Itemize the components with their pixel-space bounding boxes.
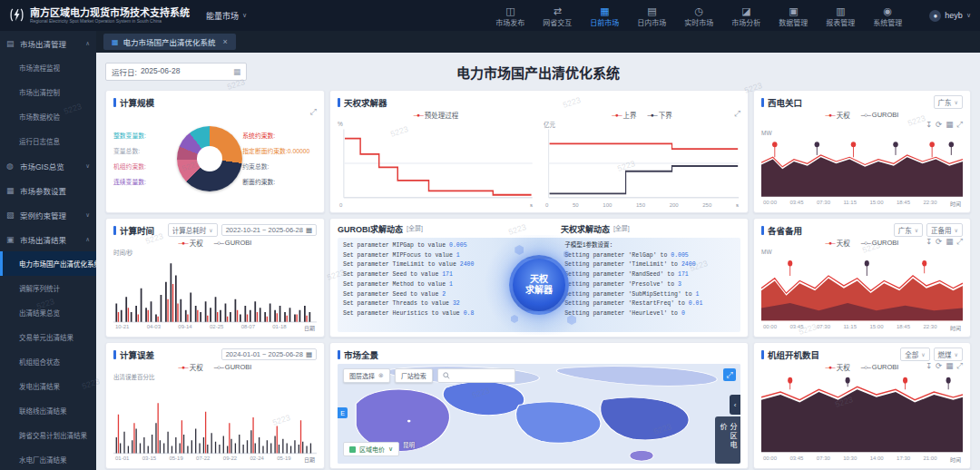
legend-gurobi[interactable]: ─○─GUROBI <box>861 111 899 119</box>
legend-upper-bound[interactable]: ─●─上界 <box>612 110 636 120</box>
gurobi-log-list[interactable]: Set parameter MIPGap to value 0.005 Set … <box>338 238 519 332</box>
refresh-icon[interactable]: ⟳ <box>936 120 942 130</box>
nav-report-management[interactable]: ▥报表管理 <box>817 5 864 27</box>
sidebar-item-hydro-results[interactable]: 水电厂出清结果 <box>0 447 96 470</box>
legend-preprocess[interactable]: ─●─预处理过程 <box>414 110 459 120</box>
sidebar-item-trade-unit-results[interactable]: 交易单元出清结果 <box>0 325 96 349</box>
tab-domestic-optimization[interactable]: ▦ 电力市场国产出清优化系统 × <box>103 34 236 50</box>
panel-title: 机组开机数目 <box>761 348 819 361</box>
nav-data-management[interactable]: ▣数据管理 <box>769 5 817 27</box>
sidebar-item-run-log[interactable]: 运行日志信息 <box>0 129 96 153</box>
sidebar-item-interprovince-results[interactable]: 跨省交易计划出清结果 <box>0 423 96 447</box>
sidebar-group-gis-overview[interactable]: ◍市场GIS总览∨ <box>0 153 96 178</box>
sidebar-item-parameter-settings[interactable]: ▦市场参数设置 <box>0 178 96 202</box>
nav-system-management[interactable]: ◉系统管理 <box>864 5 911 27</box>
sidebar-item-process-monitor[interactable]: 市场流程监视 <box>0 55 96 80</box>
refresh-icon[interactable]: ⟳ <box>936 237 942 247</box>
scale-label: 整数变量数: <box>113 131 177 140</box>
collapse-arrow-icon[interactable]: ‹ <box>730 395 740 415</box>
fullscreen-link[interactable]: [全屏] <box>407 223 423 235</box>
sidebar-item-sequence-stats[interactable]: 调解序列统计 <box>0 276 96 300</box>
date-range-picker[interactable]: 2024-01-01 ~ 2025-06-28▦ <box>221 348 317 360</box>
legend-tianquan[interactable]: ─●─天权 <box>826 110 850 120</box>
fullscreen-icon[interactable]: ⤢ <box>956 361 963 371</box>
nav-intraday-market[interactable]: ▤日内市场 <box>628 5 675 27</box>
tianquan-log-list[interactable]: 子模型1参数设置: Setting parameter 'RelGap' to … <box>559 238 740 332</box>
sidebar-item-unit-commitment[interactable]: 机组组合状态 <box>0 349 96 374</box>
chevron-down-icon: ∨ <box>85 162 90 170</box>
app-logo: 南方区域电力现货市场技术支持系统 Regional Electricity Sp… <box>9 7 190 24</box>
reserve-type-select[interactable]: 正备用∨ <box>926 223 963 237</box>
legend-gurobi[interactable]: ─○─GUROBI <box>861 363 899 371</box>
chevron-up-icon: ∧ <box>85 40 90 47</box>
station-search-button[interactable]: 厂站检索 <box>395 368 433 383</box>
panel-title: 各省备用 <box>761 224 802 237</box>
market-type-selector[interactable]: 能量市场∨ <box>206 10 247 22</box>
nav-realtime-market[interactable]: ◷实时市场 <box>675 5 722 27</box>
download-icon[interactable]: ↧ <box>926 361 932 371</box>
tab-bar: ▦ 电力市场国产出清优化系统 × <box>96 31 980 53</box>
legend-tianquan[interactable]: ─●─天权 <box>826 238 850 248</box>
price-legend-chip[interactable]: 区域电价 ∨ <box>343 442 399 456</box>
fullscreen-icon[interactable]: ⤢ <box>310 107 317 117</box>
refresh-icon[interactable]: ⟳ <box>936 361 942 371</box>
scope-select[interactable]: 全部∨ <box>900 348 929 361</box>
sidebar-item-data-check[interactable]: 市场数据校验 <box>0 104 96 129</box>
sidebar-item-result-overview[interactable]: 出清结果总览 <box>0 300 96 325</box>
data-view-icon[interactable]: ▦ <box>946 237 953 247</box>
close-circle-icon[interactable]: ⊗ <box>378 372 384 379</box>
run-date-picker[interactable]: 运行日:2025-06-28 ▦ <box>105 63 247 81</box>
nav-grid-province[interactable]: ⇄网省交互 <box>534 5 581 27</box>
legend-tianquan[interactable]: ─●─天权 <box>179 238 203 248</box>
data-view-icon[interactable]: ▦ <box>946 120 953 130</box>
province-reserve-area-chart <box>761 256 963 323</box>
fullscreen-link[interactable]: [全屏] <box>613 223 630 235</box>
region-select[interactable]: 广东∨ <box>894 223 923 237</box>
nav-market-release[interactable]: ◫市场发布 <box>486 5 534 27</box>
layer-select-button[interactable]: 图层选择⊗ <box>343 368 390 383</box>
nav-market-analysis[interactable]: ◪市场分析 <box>722 5 769 27</box>
nav-day-ahead-market[interactable]: ▦日前市场 <box>581 5 628 27</box>
legend-tianquan[interactable]: ─●─天权 <box>826 362 850 372</box>
sidebar-group-case-constraint-mgmt[interactable]: ▧案例约束管理∨ <box>0 202 96 227</box>
user-menu[interactable]: ● heyb ∨ <box>929 10 971 22</box>
region-select[interactable]: 广东∨ <box>934 95 963 109</box>
panel-title: 天权求解器 <box>338 96 387 109</box>
fuel-type-select[interactable]: 燃煤∨ <box>934 348 963 361</box>
city-label: 昆明 <box>403 440 415 449</box>
legend-gurobi[interactable]: ─○─GUROBI <box>214 363 252 371</box>
legend-gurobi[interactable]: ─○─GUROBI <box>861 239 899 247</box>
calendar-icon: ▦ <box>306 226 312 234</box>
metric-select[interactable]: 计算总耗时∨ <box>168 223 218 237</box>
download-icon[interactable]: ↧ <box>926 237 932 247</box>
panel-calc-time: 计算时间 计算总耗时∨ 2022-10-21 ~ 2025-06-28▦ ─●─… <box>105 218 325 338</box>
sidebar-group-clearing-results[interactable]: ▣市场出清结果∧ <box>0 227 96 251</box>
map-expand-button[interactable]: ⤢ <box>723 368 736 381</box>
clock-icon: ◷ <box>695 6 704 16</box>
fullscreen-icon[interactable]: ⤢ <box>734 109 740 119</box>
tianquan-solver-badge: 天权 求解器 <box>509 255 569 315</box>
legend-lower-bound[interactable]: ─●─下界 <box>648 110 672 120</box>
zone-price-tab[interactable]: 分区电价 <box>715 416 740 464</box>
scale-donut-chart <box>177 126 242 191</box>
close-icon[interactable]: × <box>223 37 228 46</box>
map-edge-control[interactable]: E <box>338 407 348 418</box>
x-axis-ticks: 0 s <box>338 201 534 208</box>
sidebar-group-market-clearing-mgmt[interactable]: ▤市场出清管理∧ <box>0 31 96 55</box>
data-view-icon[interactable]: ▦ <box>946 361 953 371</box>
sidebar-item-tieline-results[interactable]: 联络线出清结果 <box>0 398 96 423</box>
market-map-area[interactable]: 图层选择⊗ 厂站检索 ⤢ <box>338 364 740 464</box>
scale-labels-left: 整数变量数: 变量总数: 机组约束数: 连续变量数: <box>113 131 177 186</box>
legend-tianquan[interactable]: ─●─天权 <box>179 362 203 372</box>
date-range-picker[interactable]: 2022-10-21 ~ 2025-06-28▦ <box>221 224 317 236</box>
sidebar-item-generation-results[interactable]: 发电出清结果 <box>0 374 96 398</box>
y-axis-label: 出清误差百分比 <box>113 372 155 381</box>
fullscreen-icon[interactable]: ⤢ <box>956 237 963 247</box>
sidebar-item-domestic-optimization[interactable]: 电力市场国产出清优化系统 <box>0 251 96 276</box>
map-search-input[interactable] <box>437 368 515 383</box>
sidebar-item-clearing-control[interactable]: 市场出清控制 <box>0 80 96 104</box>
fullscreen-icon[interactable]: ⤢ <box>956 120 963 130</box>
download-icon[interactable]: ↧ <box>926 120 932 130</box>
user-name: heyb <box>945 11 963 20</box>
legend-gurobi[interactable]: ─○─GUROBI <box>214 239 252 247</box>
